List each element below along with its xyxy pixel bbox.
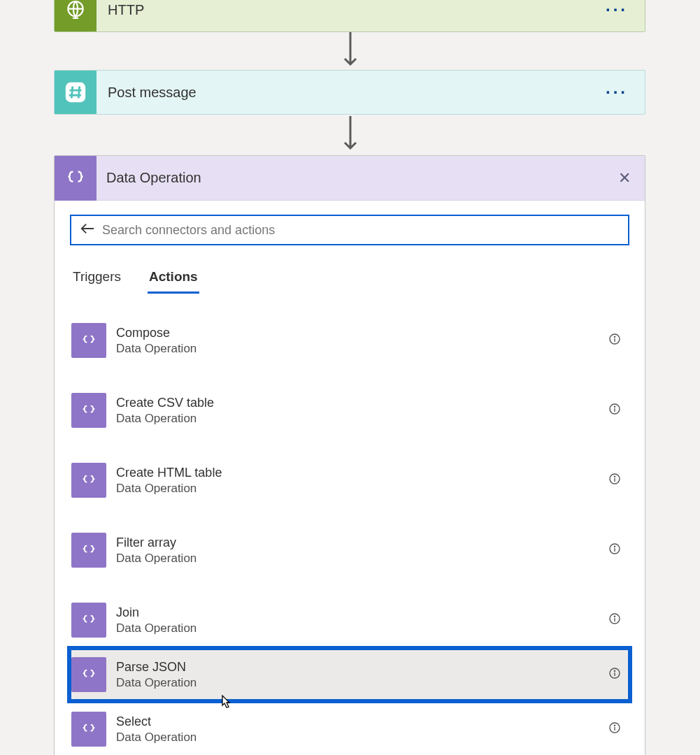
data-operation-icon xyxy=(71,393,106,428)
action-create-html-table[interactable]: Create HTML tableData Operation xyxy=(70,454,629,506)
action-create-csv-table[interactable]: Create CSV tableData Operation xyxy=(70,384,629,436)
action-compose[interactable]: ComposeData Operation xyxy=(70,315,629,366)
action-name: Parse JSON xyxy=(116,660,608,675)
info-icon[interactable] xyxy=(608,722,628,736)
action-name: Select xyxy=(116,714,608,729)
tab-triggers[interactable]: Triggers xyxy=(71,264,122,294)
action-subtitle: Data Operation xyxy=(116,412,608,426)
info-icon[interactable] xyxy=(608,473,628,487)
search-bar xyxy=(70,215,629,245)
arrow-down-icon xyxy=(340,116,361,155)
data-operation-icon xyxy=(71,323,106,358)
svg-point-5 xyxy=(614,406,615,407)
action-name: Compose xyxy=(116,326,608,340)
svg-point-15 xyxy=(614,725,615,726)
step-http-title: HTTP xyxy=(97,2,606,18)
data-operation-icon xyxy=(71,533,106,568)
svg-point-9 xyxy=(614,546,615,547)
action-subtitle: Data Operation xyxy=(116,676,608,690)
card-title: Data Operation xyxy=(97,170,618,186)
action-join[interactable]: JoinData Operation xyxy=(70,594,629,646)
data-operation-card: Data Operation ✕ Triggers Actions Compos… xyxy=(54,155,645,755)
cursor-icon xyxy=(220,694,234,711)
svg-rect-1 xyxy=(66,82,85,102)
action-subtitle: Data Operation xyxy=(116,731,608,745)
action-name: Filter array xyxy=(116,535,608,550)
data-operation-icon xyxy=(71,712,106,747)
svg-point-7 xyxy=(614,476,615,477)
more-icon[interactable]: ··· xyxy=(606,82,645,102)
back-arrow-icon[interactable] xyxy=(78,222,98,239)
info-icon[interactable] xyxy=(608,403,628,417)
step-http[interactable]: HTTP ··· xyxy=(54,0,645,32)
action-subtitle: Data Operation xyxy=(116,342,608,356)
info-icon[interactable] xyxy=(608,613,628,627)
info-icon[interactable] xyxy=(608,333,628,347)
arrow-down-icon xyxy=(340,32,361,71)
close-icon[interactable]: ✕ xyxy=(618,169,645,187)
action-select[interactable]: SelectData Operation xyxy=(70,703,629,755)
hash-icon xyxy=(55,70,97,115)
action-name: Create CSV table xyxy=(116,396,608,410)
tabs: Triggers Actions xyxy=(70,264,629,294)
action-name: Join xyxy=(116,605,608,620)
data-operation-icon xyxy=(71,463,106,498)
action-subtitle: Data Operation xyxy=(116,552,608,566)
svg-point-3 xyxy=(614,336,615,337)
info-icon[interactable] xyxy=(608,543,628,557)
step-post-title: Post message xyxy=(97,85,606,101)
tab-actions[interactable]: Actions xyxy=(148,264,199,294)
action-filter-array[interactable]: Filter arrayData Operation xyxy=(70,524,629,576)
action-subtitle: Data Operation xyxy=(116,482,608,496)
search-input[interactable] xyxy=(98,220,621,240)
more-icon[interactable]: ··· xyxy=(606,0,645,20)
globe-icon xyxy=(55,0,97,32)
data-operation-icon xyxy=(71,603,106,638)
action-parse-json[interactable]: Parse JSONData Operation xyxy=(70,649,629,700)
data-operation-icon xyxy=(55,156,97,201)
card-header: Data Operation ✕ xyxy=(55,156,645,201)
action-subtitle: Data Operation xyxy=(116,621,608,635)
step-post-message[interactable]: Post message ··· xyxy=(54,70,645,115)
actions-list: ComposeData OperationCreate CSV tableDat… xyxy=(70,315,629,755)
action-name: Create HTML table xyxy=(116,466,608,480)
data-operation-icon xyxy=(71,657,106,692)
svg-point-13 xyxy=(614,670,615,671)
svg-point-11 xyxy=(614,616,615,617)
info-icon[interactable] xyxy=(608,668,628,682)
